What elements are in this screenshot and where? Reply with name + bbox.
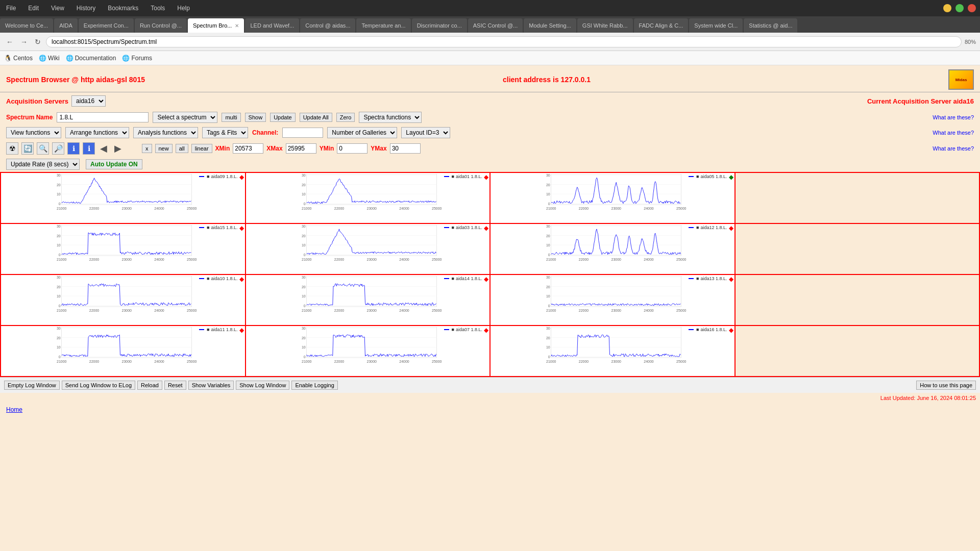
multi-button[interactable]: multi	[222, 113, 240, 122]
spectrum-cell-aida03[interactable]: ◆■ aida03 1.8.L.010203021000220002300024…	[246, 224, 491, 275]
select-spectrum-dropdown[interactable]: Select a spectrum	[153, 112, 217, 123]
reset-button[interactable]: Reset	[164, 381, 186, 390]
tab-module[interactable]: Module Setting...	[524, 18, 576, 33]
what-these-2[interactable]: What are these?	[933, 130, 974, 136]
bookmark-documentation[interactable]: 🌐 Documentation	[66, 55, 116, 62]
maximize-button[interactable]	[955, 4, 964, 12]
spectrum-name-input[interactable]	[57, 112, 149, 122]
info-icon[interactable]: ℹ	[67, 142, 80, 155]
spectrum-cell-aida09[interactable]: ◆■ aida09 1.8.L.010203021000220002300024…	[1, 173, 246, 224]
spectrum-cell-aida14[interactable]: ◆■ aida14 1.8.L.010203021000220002300024…	[246, 275, 491, 326]
ymax-input[interactable]	[390, 143, 421, 154]
menu-view[interactable]: View	[49, 4, 66, 13]
tab-discriminator[interactable]: Discriminator co...	[412, 18, 467, 33]
svg-text:0: 0	[303, 253, 305, 257]
tab-temperature[interactable]: Temperature an...	[356, 18, 410, 33]
tab-fadc[interactable]: FADC Align & C...	[634, 18, 689, 33]
ymin-input[interactable]	[337, 143, 368, 154]
menu-bookmarks[interactable]: Bookmarks	[106, 4, 140, 13]
empty-log-button[interactable]: Empty Log Window	[4, 381, 60, 390]
radiation-icon[interactable]: ☢	[6, 142, 18, 155]
zoom-out-icon[interactable]: 🔎	[52, 142, 64, 155]
svg-text:30: 30	[57, 276, 61, 279]
what-these-3[interactable]: What are these?	[933, 145, 974, 152]
what-these-1[interactable]: What are these?	[933, 114, 974, 120]
refresh-icon[interactable]: 🔄	[21, 142, 34, 155]
home-link[interactable]: Home	[0, 403, 980, 416]
update-all-button[interactable]: Update All	[300, 113, 332, 122]
menu-help[interactable]: Help	[175, 4, 192, 13]
bookmark-centos[interactable]: 🐧 Centos	[4, 55, 33, 62]
spectrum-cell-aida16[interactable]: ◆■ aida16 1.8.L.010203021000220002300024…	[491, 326, 736, 377]
menu-history[interactable]: History	[75, 4, 97, 13]
svg-text:24000: 24000	[644, 309, 654, 312]
show-variables-button[interactable]: Show Variables	[188, 381, 234, 390]
show-log-button[interactable]: Show Log Window	[236, 381, 289, 390]
acquisition-server-select[interactable]: aida16	[71, 95, 106, 107]
tab-asic[interactable]: ASIC Control @...	[468, 18, 523, 33]
show-button[interactable]: Show	[245, 113, 266, 122]
svg-text:24000: 24000	[644, 258, 654, 261]
enable-logging-button[interactable]: Enable Logging	[291, 381, 337, 390]
arrow-left-icon[interactable]: ◀	[98, 143, 109, 154]
browser-chrome: File Edit View History Bookmarks Tools H…	[0, 0, 980, 65]
diamond-aida14: ◆	[484, 276, 488, 282]
reload-nav-button[interactable]: ↻	[33, 37, 43, 47]
forward-button[interactable]: →	[18, 37, 30, 47]
view-functions-select[interactable]: View functions	[6, 127, 61, 138]
tab-aida[interactable]: AIDA	[54, 18, 78, 33]
xmin-input[interactable]	[233, 143, 263, 154]
svg-rect-42	[62, 225, 192, 256]
layout-select[interactable]: Layout ID=3	[401, 127, 450, 138]
bookmark-wiki[interactable]: 🌐 Wiki	[39, 55, 60, 62]
menu-edit[interactable]: Edit	[26, 4, 41, 13]
linear-button[interactable]: linear	[191, 144, 212, 153]
tab-welcome[interactable]: Welcome to Ce...	[0, 18, 53, 33]
number-galleries-select[interactable]: Number of Galleries	[327, 127, 397, 138]
svg-text:21000: 21000	[546, 360, 556, 363]
close-button[interactable]	[968, 4, 976, 12]
new-button[interactable]: new	[155, 144, 173, 153]
tab-control[interactable]: Control @ aidas...	[300, 18, 355, 33]
spectrum-cell-aida15[interactable]: ◆■ aida15 1.8.L.010203021000220002300024…	[1, 224, 246, 275]
svg-text:10: 10	[57, 243, 61, 247]
spectrum-cell-aida11[interactable]: ◆■ aida11 1.8.L.010203021000220002300024…	[1, 326, 246, 377]
tab-spectrum[interactable]: Spectrum Bro...✕	[188, 18, 244, 33]
spectrum-cell-aida10[interactable]: ◆■ aida10 1.8.L.010203021000220002300024…	[1, 275, 246, 326]
analysis-functions-select[interactable]: Analysis functions	[133, 127, 198, 138]
bookmark-forums[interactable]: 🌐 Forums	[122, 55, 152, 62]
url-input[interactable]	[46, 36, 962, 47]
x-button[interactable]: x	[142, 144, 152, 153]
tab-statistics[interactable]: Statistics @ aid...	[744, 18, 797, 33]
reload-button[interactable]: Reload	[137, 381, 162, 390]
spectrum-cell-aida01[interactable]: ◆■ aida01 1.8.L.010203021000220002300024…	[246, 173, 491, 224]
tab-experiment[interactable]: Experiment Con...	[79, 18, 134, 33]
tab-gsi[interactable]: GSI White Rabb...	[577, 18, 633, 33]
spectrum-cell-aida05[interactable]: ◆■ aida05 1.8.L.010203021000220002300024…	[491, 173, 736, 224]
back-button[interactable]: ←	[4, 37, 15, 47]
menu-tools[interactable]: Tools	[149, 4, 167, 13]
spectrum-cell-aida12[interactable]: ◆■ aida12 1.8.L.010203021000220002300024…	[491, 224, 736, 275]
zoom-in-icon[interactable]: 🔍	[37, 142, 49, 155]
spectrum-cell-aida13[interactable]: ◆■ aida13 1.8.L.010203021000220002300024…	[491, 275, 736, 326]
all-button[interactable]: all	[176, 144, 188, 153]
minimize-button[interactable]	[943, 4, 951, 12]
update-button[interactable]: Update	[270, 113, 295, 122]
tab-run-control[interactable]: Run Control @...	[135, 18, 187, 33]
auto-update-button[interactable]: Auto Update ON	[86, 159, 142, 169]
tab-system[interactable]: System wide Cl...	[689, 18, 743, 33]
spectra-functions-select[interactable]: Spectra functions	[359, 112, 422, 123]
spectrum-cell-aida07[interactable]: ◆■ aida07 1.8.L.010203021000220002300024…	[246, 326, 491, 377]
tab-led[interactable]: LED and Wavef...	[245, 18, 299, 33]
how-to-button[interactable]: How to use this page	[916, 381, 976, 390]
arrow-right-icon[interactable]: ▶	[112, 143, 124, 154]
xmax-input[interactable]	[286, 143, 316, 154]
menu-file[interactable]: File	[4, 4, 18, 13]
send-log-button[interactable]: Send Log Window to ELog	[62, 381, 135, 390]
info2-icon[interactable]: ℹ	[83, 142, 95, 155]
tags-fits-select[interactable]: Tags & Fits	[202, 127, 248, 138]
channel-input[interactable]	[282, 128, 323, 138]
arrange-functions-select[interactable]: Arrange functions	[65, 127, 129, 138]
update-rate-select[interactable]: Update Rate (8 secs)	[6, 159, 80, 170]
zero-button[interactable]: Zero	[336, 113, 355, 122]
